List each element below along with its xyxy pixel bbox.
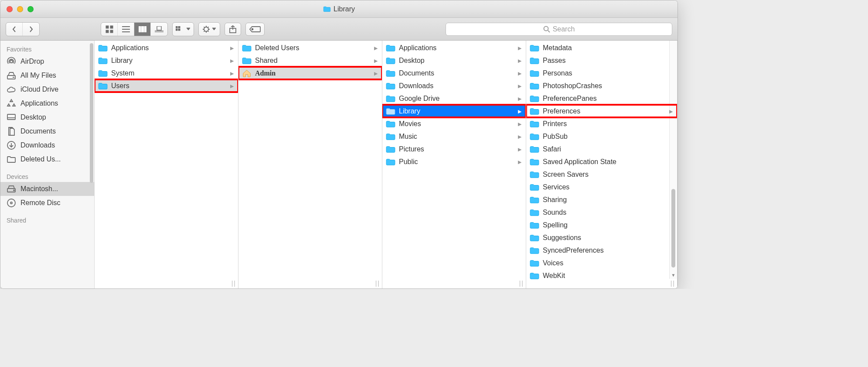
list-item[interactable]: Preferences: [526, 105, 677, 117]
column-resize-handle[interactable]: ||: [375, 280, 380, 287]
sidebar-item-label: iCloud Drive: [20, 86, 58, 93]
sidebar-heading-favorites: Favorites: [0, 43, 94, 55]
column-root: ApplicationsLibrarySystemUsers||: [95, 41, 238, 288]
scrollbar-thumb[interactable]: [671, 189, 675, 268]
finder-window: Library: [0, 0, 678, 289]
list-item[interactable]: Music: [382, 130, 526, 143]
list-item[interactable]: Sharing: [526, 193, 677, 206]
list-item[interactable]: PreferencePanes: [526, 92, 677, 105]
edit-tags-button[interactable]: [245, 23, 265, 36]
finder-body: Favorites AirDropAll My FilesiCloud Driv…: [0, 41, 677, 288]
column-resize-handle[interactable]: ||: [671, 280, 675, 287]
list-item[interactable]: Deleted Users: [238, 41, 382, 54]
list-item[interactable]: Spelling: [526, 219, 677, 231]
list-item[interactable]: Voices: [526, 257, 677, 269]
list-item[interactable]: Personas: [526, 67, 677, 79]
list-item[interactable]: SyncedPreferences: [526, 244, 677, 257]
sidebar-item-iclouddrive[interactable]: iCloud Drive: [0, 82, 94, 96]
column-browser: ApplicationsLibrarySystemUsers||Deleted …: [95, 41, 677, 288]
list-item[interactable]: Movies: [382, 117, 526, 130]
column-resize-handle[interactable]: ||: [519, 280, 524, 287]
list-item[interactable]: Suggestions: [526, 231, 677, 244]
sidebar-item-remotedisc[interactable]: Remote Disc: [0, 196, 94, 210]
search-icon: [543, 26, 550, 33]
list-item-label: Suggestions: [543, 234, 581, 242]
list-item[interactable]: Printers: [526, 117, 677, 130]
list-item[interactable]: Pictures: [382, 143, 526, 155]
list-item[interactable]: Users: [95, 79, 238, 92]
list-item[interactable]: Library: [95, 54, 238, 67]
icon-view-button[interactable]: [101, 23, 118, 36]
list-item-label: Shared: [255, 57, 278, 65]
svg-rect-16: [178, 29, 180, 31]
sidebar-item-label: Macintosh...: [20, 185, 58, 193]
sidebar-item-downloads[interactable]: Downloads: [0, 138, 94, 152]
column-view-button[interactable]: [134, 23, 151, 36]
coverflow-view-button[interactable]: [151, 23, 167, 36]
sidebar-item-documents[interactable]: Documents: [0, 124, 94, 138]
forward-button[interactable]: [23, 23, 39, 36]
sidebar-item-deletedusers[interactable]: Deleted Us...: [0, 152, 94, 166]
list-item[interactable]: Saved Application State: [526, 155, 677, 168]
list-item[interactable]: Admin: [238, 67, 382, 79]
column-resize-handle[interactable]: ||: [231, 280, 236, 287]
list-item[interactable]: Sounds: [526, 206, 677, 219]
scroll-down-button[interactable]: ▼: [670, 271, 677, 279]
action-button[interactable]: [199, 23, 220, 36]
sidebar-item-applications[interactable]: Applications: [0, 96, 94, 110]
sidebar-item-label: Applications: [20, 99, 58, 107]
svg-rect-13: [176, 26, 177, 28]
list-item[interactable]: Desktop: [382, 54, 526, 67]
list-item-label: WebKit: [543, 272, 565, 280]
list-item[interactable]: Documents: [382, 67, 526, 79]
back-button[interactable]: [6, 23, 23, 36]
list-item-label: Downloads: [399, 82, 433, 90]
list-item-label: Documents: [399, 69, 434, 77]
chevron-right-icon: [518, 108, 521, 114]
sidebar-item-macintosh[interactable]: Macintosh...: [0, 182, 94, 196]
list-item[interactable]: Screen Savers: [526, 168, 677, 181]
zoom-window-button[interactable]: [27, 6, 34, 12]
sidebar-item-label: Remote Disc: [20, 199, 61, 207]
list-item-label: Printers: [543, 120, 567, 128]
sidebar-item-allmyfiles[interactable]: All My Files: [0, 69, 94, 82]
search-field[interactable]: Search: [446, 23, 672, 36]
chevron-right-icon: [230, 58, 234, 64]
sidebar-scrollbar-thumb[interactable]: [90, 43, 93, 183]
list-item[interactable]: Metadata: [526, 41, 677, 54]
list-item[interactable]: Services: [526, 181, 677, 193]
svg-point-30: [7, 199, 15, 207]
list-item[interactable]: Applications: [95, 41, 238, 54]
arrange-button[interactable]: [173, 23, 194, 36]
minimize-window-button[interactable]: [17, 6, 23, 12]
window-title-text: Library: [334, 5, 355, 13]
list-item[interactable]: Shared: [238, 54, 382, 67]
desktop-icon: [7, 113, 16, 122]
list-item[interactable]: Downloads: [382, 79, 526, 92]
svg-rect-2: [106, 30, 109, 33]
list-item[interactable]: Safari: [526, 143, 677, 155]
svg-rect-0: [106, 26, 109, 28]
list-item[interactable]: PhotoshopCrashes: [526, 79, 677, 92]
list-item[interactable]: System: [95, 67, 238, 79]
list-item[interactable]: Public: [382, 155, 526, 168]
list-item[interactable]: Applications: [382, 41, 526, 54]
list-item[interactable]: Passes: [526, 54, 677, 67]
list-item[interactable]: PubSub: [526, 130, 677, 143]
list-item-label: PreferencePanes: [543, 95, 597, 103]
list-item[interactable]: Google Drive: [382, 92, 526, 105]
list-item-label: Music: [399, 133, 417, 141]
toolbar: Search: [0, 18, 677, 41]
sidebar-item-desktop[interactable]: Desktop: [0, 110, 94, 124]
list-item-label: Users: [111, 82, 129, 90]
list-view-button[interactable]: [118, 23, 134, 36]
list-item-label: Applications: [111, 44, 149, 52]
list-item[interactable]: WebKit: [526, 269, 677, 282]
hdd-icon: [7, 184, 16, 194]
svg-point-19: [252, 28, 253, 30]
column-scrollbar[interactable]: ▼: [669, 41, 677, 279]
sidebar-item-airdrop[interactable]: AirDrop: [0, 55, 94, 69]
list-item[interactable]: Library: [382, 105, 526, 117]
close-window-button[interactable]: [7, 6, 13, 12]
share-button[interactable]: [225, 23, 241, 36]
